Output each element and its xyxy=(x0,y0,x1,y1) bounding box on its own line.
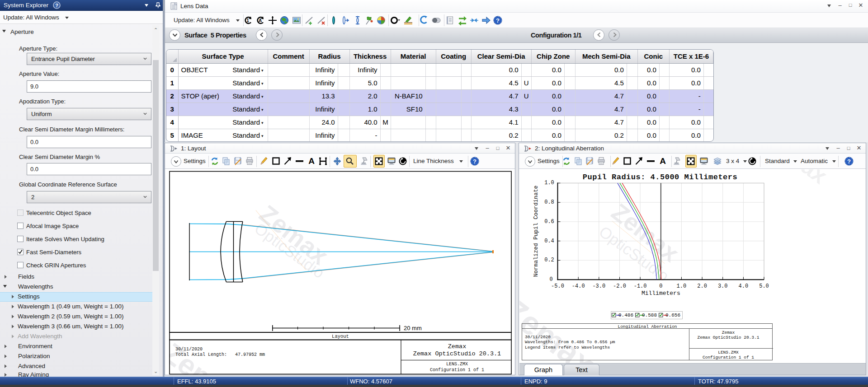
svg-text:A: A xyxy=(308,156,315,166)
svg-text:1: 1 xyxy=(246,18,249,23)
svg-text:20 mm: 20 mm xyxy=(404,325,422,331)
svg-text:A: A xyxy=(660,156,666,166)
svg-text:?: ? xyxy=(55,3,58,8)
svg-text:A: A xyxy=(259,18,262,23)
svg-text:?: ? xyxy=(496,17,500,24)
svg-text:?: ? xyxy=(847,158,851,165)
svg-text:?: ? xyxy=(473,158,476,165)
